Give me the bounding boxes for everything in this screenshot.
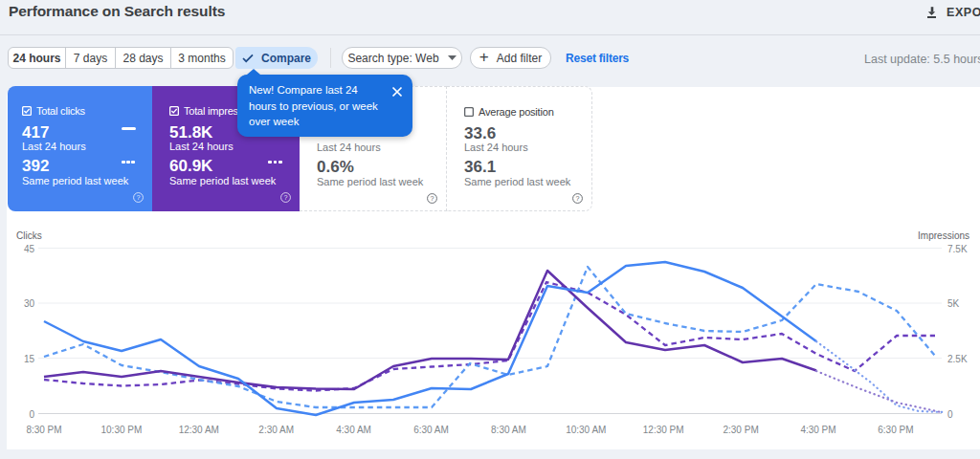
svg-text:7.5K: 7.5K [947,244,968,254]
svg-text:15: 15 [24,354,35,364]
svg-text:?: ? [137,193,141,202]
svg-text:?: ? [576,194,580,203]
svg-text:10:30 PM: 10:30 PM [100,425,142,435]
svg-text:?: ? [284,193,288,202]
svg-text:6:30 AM: 6:30 AM [413,425,449,435]
svg-text:2:30 PM: 2:30 PM [723,425,758,435]
svg-text:0: 0 [29,409,34,420]
svg-text:45: 45 [24,244,35,254]
svg-text:Clicks: Clicks [16,230,42,241]
svg-text:12:30 PM: 12:30 PM [643,425,684,435]
svg-text:2:30 AM: 2:30 AM [258,425,294,435]
svg-text:4:30 AM: 4:30 AM [336,425,371,435]
svg-text:30: 30 [24,298,35,309]
svg-text:8:30 AM: 8:30 AM [491,425,526,435]
svg-text:4:30 PM: 4:30 PM [800,425,835,435]
svg-text:2.5K: 2.5K [947,354,968,364]
svg-text:10:30 AM: 10:30 AM [566,425,606,435]
svg-text:0: 0 [947,409,953,420]
svg-text:?: ? [431,194,434,203]
svg-text:5K: 5K [947,298,960,309]
svg-text:12:30 AM: 12:30 AM [179,425,219,435]
svg-text:Impressions: Impressions [918,230,969,241]
svg-text:6:30 PM: 6:30 PM [878,425,913,435]
svg-text:8:30 PM: 8:30 PM [26,425,61,435]
